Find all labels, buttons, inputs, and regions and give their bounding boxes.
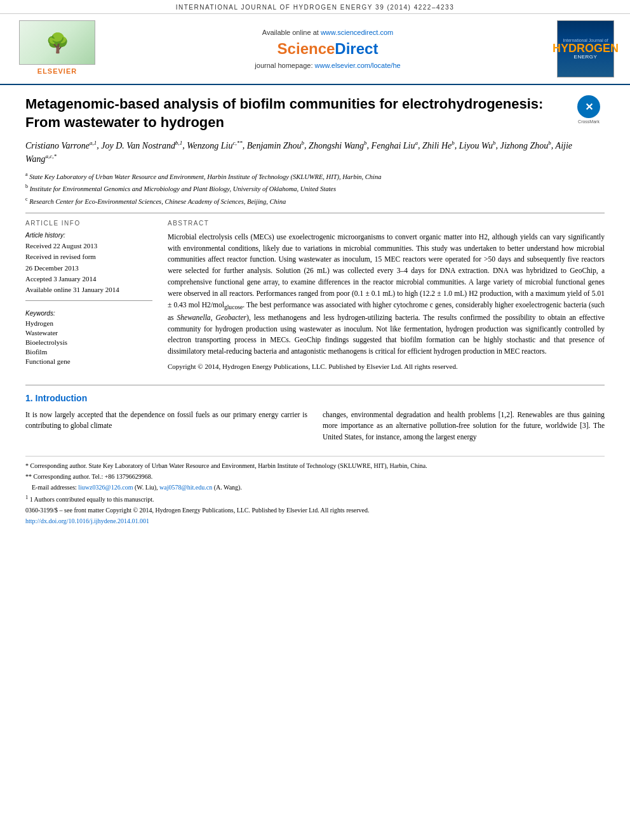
received-revised-label: Received in revised form	[25, 252, 152, 262]
affiliation-b: b Institute for Environmental Genomics a…	[25, 183, 605, 194]
elsevier-image: 🌳	[19, 20, 95, 65]
email-link-1[interactable]: liuwz0326@126.com	[78, 484, 133, 491]
journal-cover-h: HYDROGEN	[553, 43, 619, 54]
history-label: Article history:	[25, 232, 152, 239]
elsevier-wordmark: ELSEVIER	[37, 67, 77, 75]
doi-line: http://dx.doi.org/10.1016/j.ijhydene.201…	[25, 517, 605, 526]
journal-cover: International Journal of HYDROGEN ENERGY	[557, 20, 614, 77]
abstract-label: ABSTRACT	[168, 220, 605, 227]
article-body: Metagenomic-based analysis of biofilm co…	[0, 85, 630, 539]
intro-left: It is now largely accepted that the depe…	[25, 410, 307, 443]
keyword-wastewater: Wastewater	[25, 329, 152, 337]
affiliation-a: a State Key Laboratory of Urban Water Re…	[25, 171, 605, 182]
center-banner: Available online at www.sciencedirect.co…	[108, 20, 547, 77]
article-history: Article history: Received 22 August 2013…	[25, 232, 152, 295]
footnote-authors: 1 1 Authors contributed equally to this …	[25, 494, 605, 504]
email-note: E-mail addresses: liuwz0326@126.com (W. …	[25, 483, 605, 492]
tree-icon: 🌳	[46, 32, 69, 54]
crossmark-label: CrossMark	[578, 119, 600, 124]
authors-line: Cristiano Varronea,1, Joy D. Van Nostran…	[25, 139, 605, 166]
corresponding-note-star: * Corresponding author. State Key Labora…	[25, 462, 605, 470]
introduction-section: 1. Introduction It is now largely accept…	[25, 385, 605, 443]
doi-link[interactable]: http://dx.doi.org/10.1016/j.ijhydene.201…	[25, 517, 149, 524]
keywords-divider	[25, 300, 152, 301]
article-title: Metagenomic-based analysis of biofilm co…	[25, 95, 566, 131]
divider	[25, 213, 605, 213]
received-revised-date: 26 December 2013	[25, 263, 152, 273]
title-section: Metagenomic-based analysis of biofilm co…	[25, 95, 605, 131]
journal-cover-section: International Journal of HYDROGEN ENERGY	[554, 20, 617, 77]
journal-homepage: journal homepage: www.elsevier.com/locat…	[255, 62, 400, 69]
abstract-section: ABSTRACT Microbial electrolysis cells (M…	[168, 220, 605, 372]
available-online-text: Available online at www.sciencedirect.co…	[262, 29, 393, 36]
copyright-line: Copyright © 2014, Hydrogen Energy Public…	[168, 361, 605, 372]
keyword-biofilm: Biofilm	[25, 348, 152, 356]
intro-columns: It is now largely accepted that the depe…	[25, 410, 605, 443]
elsevier-logo-section: 🌳 ELSEVIER	[13, 20, 102, 77]
sciencedirect-url[interactable]: www.sciencedirect.com	[321, 29, 393, 36]
intro-title: 1. Introduction	[25, 393, 605, 403]
email-link-2[interactable]: waj0578@hit.edu.cn	[159, 484, 212, 491]
crossmark-icon: ✕	[577, 95, 600, 118]
info-abstract-section: ARTICLE INFO Article history: Received 2…	[25, 220, 605, 372]
keyword-functional-gene: Functional gene	[25, 357, 152, 365]
article-info: ARTICLE INFO Article history: Received 2…	[25, 220, 152, 372]
journal-url[interactable]: www.elsevier.com/locate/he	[315, 62, 401, 69]
abstract-text: Microbial electrolysis cells (MECs) use …	[168, 232, 605, 357]
affiliations: a State Key Laboratory of Urban Water Re…	[25, 171, 605, 206]
accepted-date: Accepted 3 January 2014	[25, 274, 152, 284]
intro-right: changes, environmental degradation and h…	[323, 410, 605, 443]
keyword-bioelectrolysis: Bioelectrolysis	[25, 338, 152, 346]
affiliation-c: c Research Center for Eco-Environmental …	[25, 196, 605, 206]
available-date: Available online 31 January 2014	[25, 285, 152, 295]
sciencedirect-logo: ScienceDirect	[278, 40, 379, 58]
received-date: Received 22 August 2013	[25, 241, 152, 251]
footer-notes: * Corresponding author. State Key Labora…	[25, 456, 605, 533]
keywords-label: Keywords:	[25, 310, 152, 317]
keyword-hydrogen: Hydrogen	[25, 319, 152, 327]
corresponding-note-double-star: ** Corresponding author. Tel.: +86 13796…	[25, 472, 605, 481]
crossmark-section: ✕ CrossMark	[573, 95, 605, 124]
article-info-label: ARTICLE INFO	[25, 220, 152, 227]
top-banner: 🌳 ELSEVIER Available online at www.scien…	[0, 14, 630, 85]
issn-line: 0360-3199/$ – see front matter Copyright…	[25, 506, 605, 515]
keywords-section: Keywords: Hydrogen Wastewater Bioelectro…	[25, 310, 152, 365]
journal-header: INTERNATIONAL JOURNAL OF HYDROGEN ENERGY…	[0, 0, 630, 14]
journal-cover-energy: ENERGY	[574, 54, 598, 60]
